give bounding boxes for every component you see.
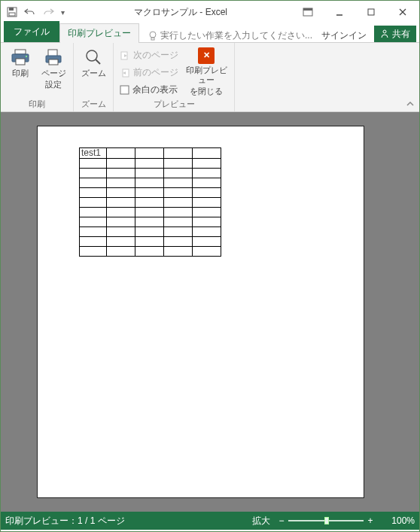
table-row: [80, 169, 221, 178]
page-setup-label-1: ページ: [41, 68, 66, 78]
group-print: 印刷 ページ 設定 印刷: [1, 43, 74, 111]
next-page-label: 次のページ: [133, 49, 178, 62]
svg-rect-10: [151, 38, 154, 40]
show-margins-label: 余白の表示: [132, 84, 178, 96]
share-button[interactable]: 共有: [374, 26, 416, 42]
print-button[interactable]: 印刷: [5, 44, 35, 78]
zoom-slider-track[interactable]: [288, 520, 364, 521]
tell-me-box[interactable]: 実行したい作業を入力してください...: [139, 29, 314, 42]
redo-button[interactable]: [40, 4, 56, 20]
ribbon-tabs: ファイル 印刷プレビュー 実行したい作業を入力してください... サインイン 共…: [1, 23, 419, 43]
table-row: test1: [80, 148, 221, 159]
print-label: 印刷: [12, 68, 29, 78]
preview-workspace[interactable]: test1: [1, 112, 419, 512]
table-row: [80, 178, 221, 188]
svg-rect-1: [9, 8, 14, 11]
quick-access-toolbar: ▾: [4, 4, 67, 20]
magnifier-icon: [83, 47, 104, 67]
svg-rect-4: [303, 8, 312, 11]
group-zoom: ズーム ズーム: [74, 43, 114, 111]
zoom-slider-thumb[interactable]: [324, 517, 329, 524]
table-row: [80, 217, 221, 227]
table-row: [80, 247, 221, 257]
show-margins-checkbox[interactable]: 余白の表示: [118, 82, 180, 98]
table-row: [80, 227, 221, 237]
qat-customize-icon[interactable]: ▾: [58, 4, 67, 20]
window-title: マクロサンプル - Excel: [67, 6, 294, 19]
close-label-2: を閉じる: [190, 87, 223, 96]
undo-button[interactable]: [22, 4, 38, 20]
svg-rect-14: [16, 59, 25, 65]
zoom-slider[interactable]: − +: [276, 515, 376, 526]
zoom-mode-label[interactable]: 拡大: [252, 515, 270, 527]
signin-link[interactable]: サインイン: [314, 29, 374, 42]
zoom-percent[interactable]: 100%: [382, 515, 415, 526]
prev-page-label: 前のページ: [133, 66, 178, 79]
save-button[interactable]: [4, 4, 20, 20]
table-row: [80, 237, 221, 247]
table-row: [80, 208, 221, 217]
svg-point-11: [383, 30, 386, 33]
page-setup-icon: [43, 47, 64, 67]
page-setup-button[interactable]: ページ 設定: [38, 44, 68, 90]
ribbon: 印刷 ページ 設定 印刷 ズーム ズーム: [1, 43, 419, 112]
zoom-label: ズーム: [81, 68, 106, 78]
close-label-1: 印刷プレビュー: [183, 65, 230, 85]
prev-page-icon: [120, 68, 130, 78]
table-row: [80, 198, 221, 208]
zoom-button[interactable]: ズーム: [78, 44, 108, 78]
prev-page-button: 前のページ: [118, 65, 180, 81]
page-setup-label-2: 設定: [45, 80, 62, 90]
cell-a1: test1: [80, 148, 107, 159]
title-bar: ▾ マクロサンプル - Excel: [1, 1, 419, 23]
collapse-ribbon-button[interactable]: [401, 43, 419, 111]
svg-line-20: [96, 59, 100, 64]
printer-icon: [10, 47, 31, 67]
close-window-button[interactable]: [389, 3, 416, 21]
zoom-in-button[interactable]: +: [365, 515, 376, 526]
share-icon: [380, 29, 389, 38]
svg-point-9: [150, 32, 156, 38]
group-preview-label: プレビュー: [118, 99, 230, 111]
status-page-info: 印刷プレビュー：1 / 1 ページ: [5, 515, 125, 527]
svg-point-15: [26, 56, 27, 57]
share-label: 共有: [392, 28, 410, 41]
sheet-preview-table: test1: [79, 147, 221, 257]
svg-rect-18: [49, 59, 58, 65]
tab-print-preview[interactable]: 印刷プレビュー: [59, 23, 139, 43]
group-print-label: 印刷: [5, 99, 68, 111]
table-row: [80, 188, 221, 198]
ribbon-display-options-button[interactable]: [294, 3, 321, 21]
svg-rect-12: [15, 50, 26, 54]
tell-me-placeholder: 実行したい作業を入力してください...: [160, 29, 312, 42]
tab-file[interactable]: ファイル: [4, 21, 59, 42]
svg-rect-6: [368, 9, 374, 15]
svg-rect-2: [9, 13, 15, 16]
close-icon: ✕: [198, 47, 215, 64]
group-zoom-label: ズーム: [78, 99, 108, 111]
minimize-button[interactable]: [326, 3, 353, 21]
table-row: [80, 159, 221, 169]
next-page-button: 次のページ: [118, 47, 180, 63]
window-controls: [294, 3, 416, 21]
svg-point-19: [87, 50, 97, 61]
preview-page: test1: [37, 126, 364, 498]
next-page-icon: [120, 50, 130, 61]
maximize-button[interactable]: [358, 3, 385, 21]
group-preview: 次のページ 前のページ 余白の表示 ✕ 印刷プレビュー: [114, 43, 235, 111]
svg-rect-23: [120, 86, 129, 94]
status-bar: 印刷プレビュー：1 / 1 ページ 拡大 − + 100%: [1, 512, 419, 530]
zoom-out-button[interactable]: −: [276, 515, 287, 526]
close-preview-button[interactable]: ✕ 印刷プレビュー を閉じる: [183, 44, 230, 97]
checkbox-icon: [120, 85, 129, 95]
lightbulb-icon: [148, 31, 157, 41]
